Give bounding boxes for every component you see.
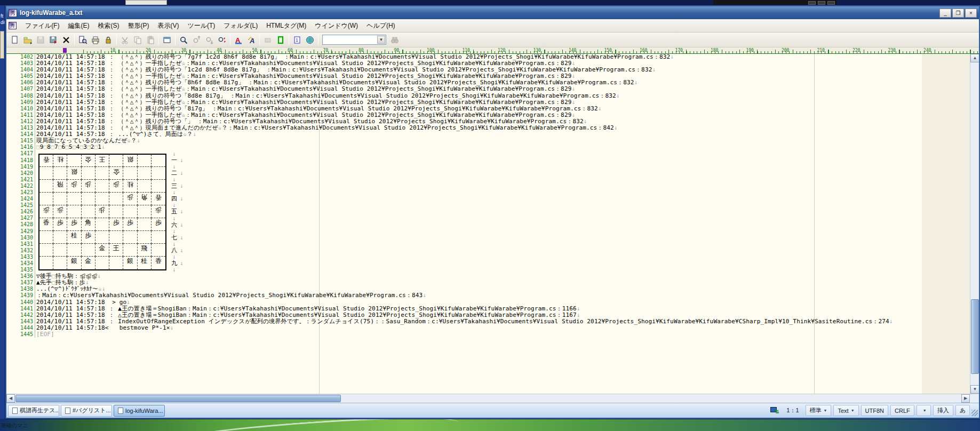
new-file-icon[interactable] <box>9 34 21 46</box>
text-segment: 2 <box>91 143 94 150</box>
console-icon[interactable] <box>161 34 173 46</box>
color-text-icon[interactable]: A <box>233 34 244 46</box>
tab-label: 棋譜再生テス... <box>20 406 59 414</box>
sente-piece: 桂 <box>71 232 77 239</box>
highlight-icon[interactable]: A <box>245 34 257 46</box>
ruler-label: 160 <box>640 48 647 53</box>
board-cell: 歩 <box>123 218 137 231</box>
column-ruler: 1020304050607080901001101201301401501601… <box>6 47 979 54</box>
print-icon[interactable] <box>90 34 101 46</box>
menu-item-6[interactable]: フォルダ(L) <box>219 20 262 32</box>
menu-item-2[interactable]: 検索(S) <box>93 20 123 32</box>
sente-piece: 歩 <box>85 232 91 239</box>
resize-grip[interactable] <box>971 410 978 416</box>
scroll-down-arrow[interactable]: ▼ <box>970 385 979 394</box>
print-preview-icon[interactable] <box>77 34 89 46</box>
board-cell: 歩 <box>109 218 123 231</box>
ruler-label: 190 <box>746 48 753 53</box>
rank-label: 六 <box>171 222 177 228</box>
text-segment: 歩 <box>85 273 91 280</box>
close-file-icon[interactable] <box>60 34 72 46</box>
browser-icon[interactable] <box>304 34 316 46</box>
scroll-left-arrow[interactable]: ◀ <box>6 394 15 403</box>
desktop-icon-label: dit <box>0 19 5 26</box>
board-cell <box>109 231 123 244</box>
readonly-lock-icon[interactable] <box>102 34 114 46</box>
gote-piece: 銀 <box>127 156 133 163</box>
board-cell: 歩 <box>123 193 137 205</box>
vertical-scrollbar[interactable]: ▲ ▼ <box>970 54 979 394</box>
line-end-mark: ↓ <box>172 267 176 273</box>
ruler-label: 240 <box>923 48 931 53</box>
menu-item-7[interactable]: HTMLタグ(M) <box>262 20 310 32</box>
box-select-icon[interactable] <box>275 34 286 46</box>
replace-icon[interactable] <box>216 34 228 46</box>
line-number: 1410 <box>6 106 35 112</box>
line-end-mark: ↓ <box>423 292 426 299</box>
log-line: 1437▲先手□持ち駒：歩↓ <box>6 280 970 286</box>
gote-piece: 歩 <box>127 194 133 201</box>
line-number: 1417 <box>6 150 35 157</box>
text-segment: □ <box>65 143 69 150</box>
status-field-dropdown[interactable]: ▼ <box>917 405 931 416</box>
ruler-label: 150 <box>604 48 611 53</box>
minimize-button[interactable]: _ <box>939 9 951 18</box>
ruler-label: 70 <box>323 48 328 53</box>
menu-item-9[interactable]: ヘルプ(H) <box>362 20 400 32</box>
horizontal-scroll-thumb[interactable] <box>15 395 341 402</box>
line-number: 1442 <box>6 312 35 318</box>
scroll-right-arrow[interactable]: ▶ <box>961 394 970 403</box>
log-line: 1416□9□8□7□6□5□4□3□2□1↓ <box>6 144 970 150</box>
menu-item-5[interactable]: ツール(T) <box>183 20 219 32</box>
rank-label: 五 <box>171 209 177 215</box>
board-cell: 歩 <box>95 205 109 218</box>
line-end-mark: ↓ <box>180 157 184 164</box>
combo-dropdown-arrow[interactable]: ▼ <box>377 36 385 44</box>
open-file-icon[interactable] <box>22 34 34 46</box>
maximize-button[interactable]: ❐ <box>952 9 964 18</box>
status-field-標準[interactable]: 標準▼ <box>806 405 832 416</box>
taskbar[interactable]: 車輪のマニ <box>0 419 980 431</box>
save-close-icon[interactable] <box>47 34 59 46</box>
vertical-scroll-thumb[interactable] <box>971 299 979 374</box>
document-tab-0[interactable]: 棋譜再生テス... <box>8 405 59 417</box>
line-end-mark: ↓ <box>571 99 575 106</box>
window-list-icon[interactable]: 1 <box>291 34 303 46</box>
menu-item-4[interactable]: 表示(V) <box>153 20 183 32</box>
search-icon[interactable] <box>178 34 189 46</box>
sente-piece: 歩 <box>113 219 119 226</box>
line-end-mark: ↓ <box>102 285 106 292</box>
text-editing-area[interactable]: 14022014/10/11 14:57:18 ： （＾△＾）残りの符号つ「7g… <box>6 54 979 394</box>
menu-item-8[interactable]: ウインドウ(W) <box>310 20 362 32</box>
search-combo[interactable]: ▼ <box>322 35 386 45</box>
menu-item-1[interactable]: 編集(E) <box>63 20 93 32</box>
board-cell <box>138 231 152 244</box>
board-cell <box>39 244 53 257</box>
text-segment: 持ち駒：歩 <box>55 279 85 286</box>
close-button[interactable]: × <box>965 9 977 18</box>
status-field-label: Text <box>838 408 848 414</box>
document-tab-2[interactable]: log-kifuWara... <box>114 405 165 417</box>
horizontal-scrollbar[interactable]: ◀ ▶ <box>6 394 979 403</box>
title-bar[interactable]: 秀 log-kifuWarabe_a.txt _ ❐ × <box>6 6 979 19</box>
file-sync-icon[interactable]: ⇅ <box>770 407 779 414</box>
ruler-label: 40 <box>217 48 222 53</box>
log-line: 1439：Main：c:¥Users¥Takahashi¥Documents¥V… <box>6 292 970 299</box>
board-cell: 飛 <box>138 244 152 257</box>
line-end-mark: ↓ <box>180 235 184 241</box>
document-tab-1[interactable]: #バグリスト... <box>61 405 112 417</box>
line-end-mark: ↓ <box>97 273 101 280</box>
sente-piece: 銀 <box>71 257 77 265</box>
text-segment: 持ち駒： <box>55 273 79 280</box>
text-segment: 2014/10/11 14:57:18 ： （＾△＾）残りの符号つ「1c2d 8… <box>36 66 652 73</box>
board-cell: 香 <box>152 257 165 269</box>
dropdown-arrow-icon: ▼ <box>923 409 927 412</box>
text-segment: 2014/10/11 14:57:18< bestmove P*-1× <box>36 324 170 331</box>
status-field-Text[interactable]: Text▼ <box>833 405 858 416</box>
scroll-up-arrow[interactable]: ▲ <box>970 54 979 62</box>
menu-item-0[interactable]: ファイル(F) <box>21 20 63 32</box>
board-cell: 銀 <box>67 257 81 269</box>
menu-item-3[interactable]: 整形(P) <box>123 20 153 32</box>
text-segment: 5 <box>69 143 73 150</box>
board-cell <box>152 231 165 244</box>
